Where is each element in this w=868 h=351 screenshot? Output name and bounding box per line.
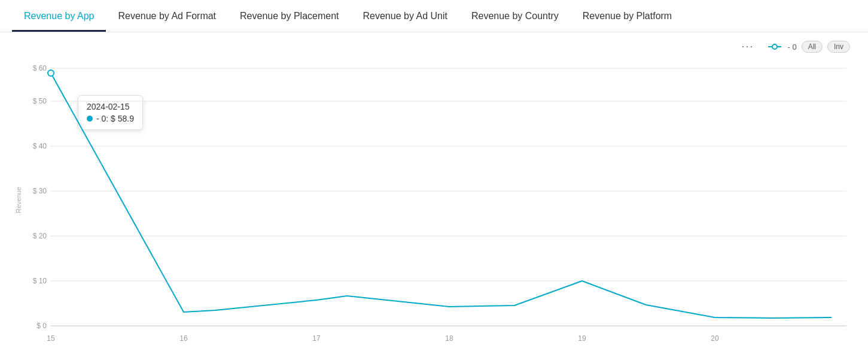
tab-revenue-by-platform[interactable]: Revenue by Platform <box>571 0 684 32</box>
svg-text:$ 0: $ 0 <box>36 322 47 330</box>
legend-inv-button[interactable]: Inv <box>827 41 850 53</box>
svg-text:$ 30: $ 30 <box>33 187 47 195</box>
chart-area: ⋮ - 0 All Inv 2024-02-15 - 0: $ 58.9 <box>0 32 868 351</box>
tab-bar: Revenue by App Revenue by Ad Format Reve… <box>0 0 868 32</box>
svg-text:Revenue: Revenue <box>15 187 22 213</box>
main-container: Revenue by App Revenue by Ad Format Reve… <box>0 0 868 351</box>
svg-text:$ 40: $ 40 <box>33 142 47 150</box>
svg-text:18: 18 <box>445 334 453 343</box>
svg-text:16: 16 <box>179 334 188 343</box>
legend-item: - 0 <box>768 43 796 52</box>
tab-revenue-by-ad-unit[interactable]: Revenue by Ad Unit <box>351 0 459 32</box>
legend-all-button[interactable]: All <box>802 41 823 53</box>
svg-text:19: 19 <box>578 334 586 343</box>
tab-revenue-by-country[interactable]: Revenue by Country <box>459 0 571 32</box>
svg-text:$ 50: $ 50 <box>33 97 47 105</box>
tab-revenue-by-app[interactable]: Revenue by App <box>12 0 106 32</box>
svg-text:$ 60: $ 60 <box>33 64 47 72</box>
line-chart-svg: $ 60 $ 50 $ 40 $ 30 $ 20 $ 10 $ 0 Revenu… <box>12 56 856 350</box>
svg-text:17: 17 <box>312 334 321 343</box>
svg-text:20: 20 <box>711 334 719 343</box>
svg-point-22 <box>48 70 54 76</box>
more-options-icon[interactable]: ⋮ <box>740 41 754 53</box>
chart-toolbar: ⋮ - 0 All Inv <box>741 37 856 54</box>
svg-text:$ 10: $ 10 <box>33 277 47 285</box>
legend-label: 0 <box>792 43 796 52</box>
tab-revenue-by-ad-format[interactable]: Revenue by Ad Format <box>106 0 228 32</box>
svg-text:15: 15 <box>47 334 55 343</box>
tab-revenue-by-placement[interactable]: Revenue by Placement <box>228 0 351 32</box>
svg-text:$ 20: $ 20 <box>33 232 47 240</box>
